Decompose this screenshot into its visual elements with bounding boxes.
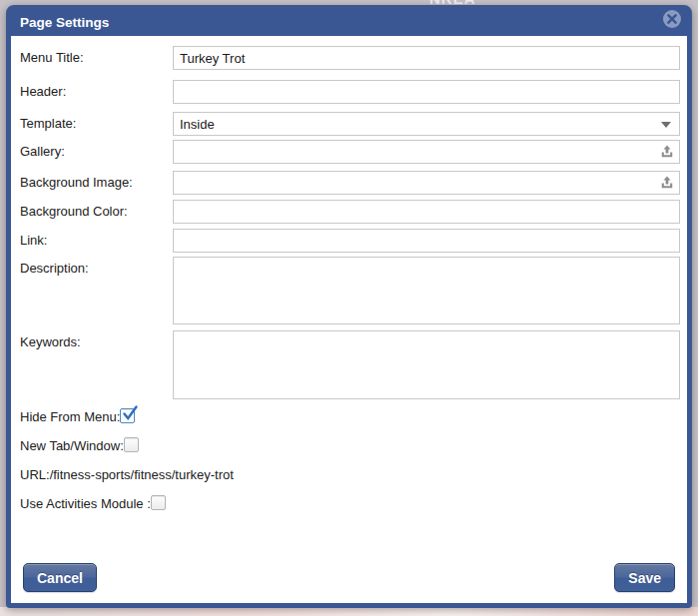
- menu-title-row: Menu Title:: [20, 46, 680, 70]
- keywords-textarea[interactable]: [173, 330, 680, 399]
- dialog-footer: Cancel Save: [23, 563, 675, 592]
- background-color-label: Background Color:: [20, 200, 173, 224]
- gallery-input[interactable]: [173, 140, 680, 164]
- keywords-row: Keywords:: [20, 330, 680, 399]
- new-tab-window-label: New Tab/Window:: [20, 437, 124, 453]
- background-page-bottom: [0, 607, 698, 616]
- link-input[interactable]: [173, 229, 680, 253]
- template-select[interactable]: Inside: [173, 112, 680, 136]
- template-row: Template: Inside: [20, 112, 680, 136]
- description-label: Description:: [20, 257, 173, 324]
- url-row: URL: /fitness-sports/fitness/turkey-trot: [20, 466, 680, 483]
- link-label: Link:: [20, 229, 173, 253]
- description-textarea[interactable]: [173, 257, 680, 324]
- menu-title-input[interactable]: [173, 46, 680, 70]
- keywords-label: Keywords:: [20, 330, 173, 399]
- hide-from-menu-row: Hide From Menu:: [20, 408, 680, 425]
- gallery-label: Gallery:: [20, 140, 173, 164]
- background-image-row: Background Image:: [20, 171, 680, 195]
- new-tab-window-row: New Tab/Window:: [20, 437, 680, 454]
- background-color-input[interactable]: [173, 200, 680, 224]
- dialog-title: Page Settings: [11, 15, 109, 30]
- background-image-label: Background Image:: [20, 171, 173, 195]
- header-row: Header:: [20, 80, 680, 104]
- save-button[interactable]: Save: [614, 563, 675, 592]
- new-tab-window-checkbox[interactable]: [124, 437, 139, 452]
- background-image-input[interactable]: [173, 171, 680, 195]
- dialog-body: Menu Title: Header: Template: Inside Gal…: [11, 36, 687, 603]
- link-row: Link:: [20, 229, 680, 253]
- use-activities-module-checkbox[interactable]: [151, 495, 166, 510]
- use-activities-module-label: Use Activities Module :: [20, 495, 151, 511]
- url-label: URL:: [20, 466, 50, 482]
- close-icon[interactable]: [662, 9, 682, 29]
- template-selected-value: Inside: [180, 117, 215, 132]
- background-color-row: Background Color:: [20, 200, 680, 224]
- header-label: Header:: [20, 80, 173, 104]
- gallery-row: Gallery:: [20, 140, 680, 164]
- header-input[interactable]: [173, 80, 680, 104]
- dialog-header: Page Settings: [11, 10, 687, 36]
- upload-icon[interactable]: [660, 176, 674, 190]
- menu-title-label: Menu Title:: [20, 46, 173, 70]
- hide-from-menu-label: Hide From Menu:: [20, 408, 120, 424]
- hide-from-menu-checkbox[interactable]: [120, 408, 135, 423]
- description-row: Description:: [20, 257, 680, 324]
- url-value: /fitness-sports/fitness/turkey-trot: [50, 466, 234, 482]
- upload-icon[interactable]: [660, 145, 674, 159]
- template-label: Template:: [20, 112, 173, 136]
- cancel-button[interactable]: Cancel: [23, 563, 97, 592]
- page-settings-dialog: Page Settings Menu Title: Header: Templa…: [6, 5, 692, 608]
- use-activities-module-row: Use Activities Module :: [20, 495, 680, 512]
